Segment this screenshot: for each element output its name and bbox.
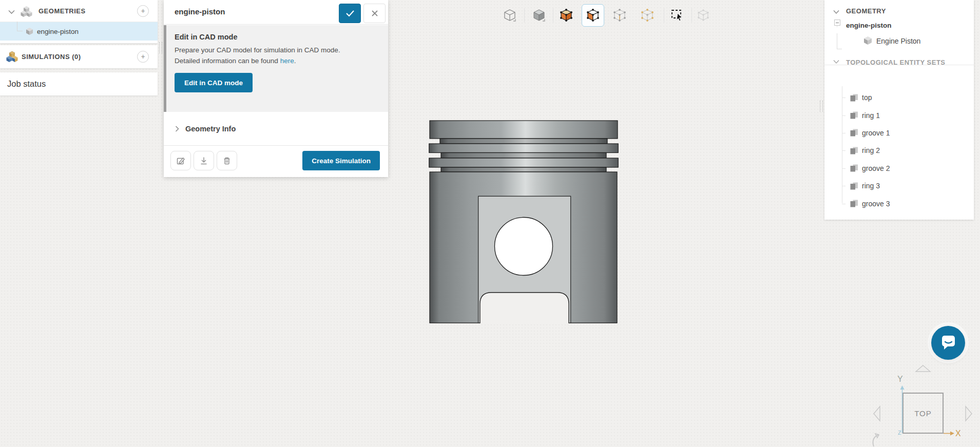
job-status-card: Job status xyxy=(0,72,158,95)
select-volumes-icon xyxy=(560,9,573,22)
delete-button[interactable] xyxy=(217,151,237,170)
geometry-cube-icon xyxy=(26,27,33,35)
entity-set-layers-icon xyxy=(850,146,858,155)
geometry-section-header[interactable]: GEOMETRY xyxy=(824,0,974,18)
topological-sets-header-label: TOPOLOGICAL ENTITY SETS xyxy=(846,59,946,66)
topological-entity-item[interactable]: ring 1 xyxy=(824,106,974,124)
topological-entity-item[interactable]: groove 2 xyxy=(824,160,974,177)
rename-button[interactable] xyxy=(170,151,191,170)
nav-cube-top-face[interactable]: TOP xyxy=(902,393,944,434)
geometries-icon xyxy=(21,6,32,17)
sidebar-item-engine-piston[interactable]: engine-piston xyxy=(0,22,158,41)
rotate-right-arrow[interactable] xyxy=(965,405,973,422)
tree-tick xyxy=(842,186,846,186)
tree-root-engine-piston[interactable]: engine-piston xyxy=(824,18,974,32)
entity-set-label: groove 3 xyxy=(862,200,890,208)
panel-title: engine-piston xyxy=(175,7,225,16)
select-faces-button[interactable] xyxy=(582,4,604,27)
job-status-row[interactable]: Job status xyxy=(0,72,158,95)
geometry-panel-footer: Create Simulation xyxy=(164,145,388,177)
select-edges-icon xyxy=(613,9,626,22)
entity-set-label: ring 2 xyxy=(862,146,880,154)
axis-z-label: Z xyxy=(898,430,901,436)
chevron-right-icon xyxy=(175,126,179,132)
topological-entity-item[interactable]: ring 3 xyxy=(824,177,974,195)
download-icon xyxy=(199,156,208,165)
entity-set-layers-icon xyxy=(850,111,858,120)
toolbar-separator xyxy=(553,8,553,23)
tree-tick xyxy=(842,168,846,169)
entity-set-layers-icon xyxy=(850,128,858,137)
select-volumes-button[interactable] xyxy=(556,4,577,27)
shaded-view-button[interactable] xyxy=(529,4,549,27)
nav-cube-face-label: TOP xyxy=(914,409,932,418)
entity-set-layers-icon xyxy=(850,164,858,172)
here-link[interactable]: here xyxy=(280,57,294,65)
shaded-cube-icon xyxy=(532,8,546,23)
download-button[interactable] xyxy=(194,151,214,170)
chevron-down-icon xyxy=(8,10,15,14)
geometry-panel: engine-piston Edit in CAD mode Prepare y… xyxy=(164,0,388,177)
piston-model[interactable] xyxy=(429,120,619,323)
geometry-panel-header: engine-piston xyxy=(164,0,388,25)
tree-child-engine-piston[interactable]: Engine Piston xyxy=(824,33,974,49)
axis-x-label: X xyxy=(955,429,961,438)
edit-icon xyxy=(176,156,185,165)
select-faces-icon xyxy=(586,9,600,22)
geometry-info-toggle[interactable]: Geometry Info xyxy=(164,112,388,145)
hide-selection-button[interactable] xyxy=(693,4,714,27)
axis-x-arrow xyxy=(944,430,955,436)
edit-cad-section: Edit in CAD mode Prepare your CAD model … xyxy=(164,25,388,112)
check-icon xyxy=(345,10,355,17)
entity-set-label: ring 3 xyxy=(862,182,880,190)
close-button[interactable] xyxy=(363,4,386,23)
entity-set-label: ring 1 xyxy=(862,111,880,120)
entity-set-label: top xyxy=(862,93,872,102)
chat-bubble-icon xyxy=(938,333,958,353)
add-simulation-button[interactable]: + xyxy=(137,51,149,63)
collapse-minus-icon[interactable] xyxy=(834,20,840,26)
topological-entity-list: top ring 1 groove 1 xyxy=(824,89,974,212)
entity-set-layers-icon xyxy=(850,93,858,102)
rotate-up-arrow[interactable] xyxy=(915,364,931,373)
tree-root-label: engine-piston xyxy=(846,22,892,29)
wireframe-view-button[interactable] xyxy=(499,4,520,27)
toolbar-separator xyxy=(524,8,525,23)
edit-cad-heading: Edit in CAD mode xyxy=(175,33,378,41)
support-chat-button[interactable] xyxy=(931,326,965,360)
geometry-info-label: Geometry Info xyxy=(185,125,236,133)
confirm-button[interactable] xyxy=(339,4,361,23)
rotate-left-arrow[interactable] xyxy=(873,405,881,422)
box-select-button[interactable] xyxy=(667,4,688,27)
right-splitter-handle[interactable] xyxy=(820,101,823,112)
rotate-ccw-arrow[interactable] xyxy=(870,433,886,447)
create-simulation-button[interactable]: Create Simulation xyxy=(302,151,380,170)
tree-elbow xyxy=(17,22,23,31)
chevron-down-icon xyxy=(833,60,839,64)
delete-icon xyxy=(222,156,232,165)
sidebar-item-label: engine-piston xyxy=(37,28,79,35)
edit-in-cad-mode-button[interactable]: Edit in CAD mode xyxy=(175,73,253,92)
topological-entity-item[interactable]: groove 1 xyxy=(824,124,974,142)
topological-sets-header[interactable]: TOPOLOGICAL ENTITY SETS xyxy=(824,54,974,70)
job-status-label: Job status xyxy=(7,79,46,89)
geometry-header-label: GEOMETRY xyxy=(846,7,886,15)
select-edges-button[interactable] xyxy=(609,4,630,27)
select-vertices-icon xyxy=(641,9,654,22)
geometries-header-row[interactable]: GEOMETRIES + xyxy=(0,0,158,22)
axis-y-label: Y xyxy=(897,375,903,384)
tree-tick xyxy=(842,150,846,151)
simulations-header-row[interactable]: SIMULATIONS (0) + xyxy=(0,45,158,68)
entity-set-label: groove 2 xyxy=(862,164,890,172)
select-vertices-button[interactable] xyxy=(637,4,658,27)
topological-entity-item[interactable]: top xyxy=(824,89,974,106)
simulations-header-label: SIMULATIONS (0) xyxy=(22,53,81,61)
topological-entity-item[interactable]: ring 2 xyxy=(824,142,974,159)
tree-tick xyxy=(842,204,846,204)
box-select-icon xyxy=(670,8,685,23)
entity-set-layers-icon xyxy=(850,182,858,190)
topological-entity-item[interactable]: groove 3 xyxy=(824,195,974,212)
geometries-header-label: GEOMETRIES xyxy=(39,7,86,15)
left-splitter-handle[interactable] xyxy=(159,42,162,53)
add-geometry-button[interactable]: + xyxy=(137,5,149,17)
